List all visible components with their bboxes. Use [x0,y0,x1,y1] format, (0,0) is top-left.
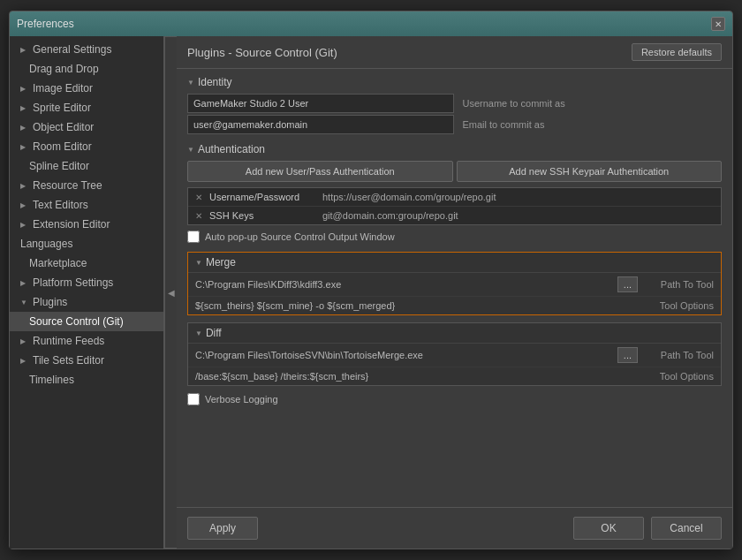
verbose-logging-checkbox[interactable] [187,393,200,405]
arrow-icon: ▶ [20,143,29,151]
remove-userpass-icon[interactable]: ✕ [195,193,202,202]
auto-popup-label: Auto pop-up Source Control Output Window [205,231,395,242]
username-label: Username to commit as [456,94,723,113]
arrow-icon: ▶ [20,357,29,365]
merge-path-value: C:\Program Files\KDiff3\kdiff3.exe [195,279,617,290]
identity-section: ▼ Identity Username to commit as Email t… [187,76,722,134]
identity-grid: Username to commit as Email to commit as [187,94,722,134]
sidebar-label: Room Editor [33,140,92,153]
bottom-right: OK Cancel [573,517,722,540]
sidebar-label: General Settings [33,43,111,56]
ok-button[interactable]: OK [573,517,644,540]
sidebar-item-room-editor[interactable]: ▶ Room Editor [10,137,163,156]
sidebar-label: Sprite Editor [33,102,91,114]
sidebar: ▶ General Settings Drag and Drop ▶ Image… [10,36,164,549]
merge-options-label: Tool Options [643,300,714,311]
diff-collapse-icon: ▼ [195,329,202,337]
dialog-title: Preferences [17,18,74,30]
merge-path-label: Path To Tool [643,279,714,290]
arrow-icon: ▶ [20,104,29,112]
arrow-icon: ▶ [20,201,29,209]
sidebar-item-sprite-editor[interactable]: ▶ Sprite Editor [10,98,163,117]
remove-ssh-icon[interactable]: ✕ [195,211,202,221]
diff-options-row: /base:${scm_base} /theirs:${scm_theirs} … [188,367,721,385]
diff-browse-button[interactable]: ... [617,347,638,363]
diff-path-row: C:\Program Files\TortoiseSVN\bin\Tortois… [188,344,721,367]
sidebar-item-drag-drop[interactable]: Drag and Drop [10,59,163,79]
sidebar-item-image-editor[interactable]: ▶ Image Editor [10,79,163,98]
merge-section: ▼ Merge C:\Program Files\KDiff3\kdiff3.e… [187,252,722,315]
diff-path-label: Path To Tool [643,350,714,360]
identity-header: ▼ Identity [187,76,722,88]
bottom-bar: Apply OK Cancel [177,507,732,549]
sidebar-item-languages[interactable]: Languages [10,234,163,254]
arrow-icon: ▶ [20,85,29,93]
diff-section-header: ▼ Diff [188,323,721,344]
diff-path-value: C:\Program Files\TortoiseSVN\bin\Tortois… [195,350,617,360]
merge-path-row: C:\Program Files\KDiff3\kdiff3.exe ... P… [188,273,721,297]
sidebar-item-text-editors[interactable]: ▶ Text Editors [10,195,163,215]
diff-section: ▼ Diff C:\Program Files\TortoiseSVN\bin\… [187,322,722,386]
merge-collapse-icon: ▼ [195,259,202,267]
arrow-icon: ▶ [20,221,29,229]
email-label: Email to commit as [456,115,723,134]
sidebar-item-general-settings[interactable]: ▶ General Settings [10,40,163,59]
add-ssh-button[interactable]: Add new SSH Keypair Authentication [457,161,723,182]
sidebar-item-extension-editor[interactable]: ▶ Extension Editor [10,215,163,234]
sidebar-item-source-control-git[interactable]: Source Control (Git) [10,312,163,331]
auth-url-label: git@domain.com:group/repo.git [322,210,458,221]
auth-row-userpass: ✕ Username/Password https://user@domain.… [188,188,721,207]
arrow-icon: ▶ [20,279,29,287]
sidebar-label: Platform Settings [33,276,113,289]
arrow-icon: ▶ [20,337,29,345]
sidebar-label: Text Editors [33,199,88,211]
sidebar-label: Object Editor [33,121,94,133]
content-area: ▶ General Settings Drag and Drop ▶ Image… [10,36,732,549]
cancel-button[interactable]: Cancel [651,517,722,540]
sidebar-item-timelines[interactable]: Timelines [10,370,163,390]
close-button[interactable]: ✕ [711,17,725,31]
sidebar-item-plugins[interactable]: ▼ Plugins [10,292,163,312]
sidebar-label: Spline Editor [29,160,89,172]
apply-button[interactable]: Apply [187,517,258,540]
sidebar-label: Resource Tree [33,179,102,192]
username-input[interactable] [187,94,454,113]
section-collapse-icon: ▼ [187,146,194,154]
panel-header: Plugins - Source Control (Git) Restore d… [177,36,732,69]
merge-section-header: ▼ Merge [188,253,721,273]
sidebar-label: Languages [20,238,72,250]
sidebar-item-platform-settings[interactable]: ▶ Platform Settings [10,273,163,292]
sidebar-label: Timelines [29,374,74,386]
authentication-title: Authentication [198,143,265,155]
auto-popup-checkbox[interactable] [187,231,200,243]
auth-type-label: Username/Password [209,192,315,202]
sidebar-item-marketplace[interactable]: Marketplace [10,254,163,273]
merge-browse-button[interactable]: ... [617,276,638,292]
arrow-icon: ▶ [20,46,29,54]
sidebar-label: Extension Editor [33,218,110,231]
email-input[interactable] [187,115,454,134]
authentication-section: ▼ Authentication Add new User/Pass Authe… [187,143,722,243]
authentication-header: ▼ Authentication [187,143,722,155]
merge-options-value: ${scm_theirs} ${scm_mine} -o ${scm_merge… [195,300,643,311]
bottom-left: Apply [187,517,258,540]
sidebar-item-resource-tree[interactable]: ▶ Resource Tree [10,176,163,195]
panel-content: ▼ Identity Username to commit as Email t… [177,69,732,507]
restore-defaults-button[interactable]: Restore defaults [632,43,722,61]
diff-options-value: /base:${scm_base} /theirs:${scm_theirs} [195,371,643,382]
sidebar-item-spline-editor[interactable]: Spline Editor [10,156,163,176]
main-panel: Plugins - Source Control (Git) Restore d… [177,36,732,549]
sidebar-label: Marketplace [29,257,87,269]
auth-buttons: Add new User/Pass Authentication Add new… [187,161,722,182]
sidebar-collapse-handle[interactable]: ◀ [164,36,177,549]
sidebar-item-tile-sets-editor[interactable]: ▶ Tile Sets Editor [10,351,163,370]
verbose-logging-label: Verbose Logging [205,394,278,405]
sidebar-label: Runtime Feeds [33,335,104,347]
preferences-dialog: Preferences ✕ ▶ General Settings Drag an… [9,11,733,549]
sidebar-item-runtime-feeds[interactable]: ▶ Runtime Feeds [10,331,163,351]
sidebar-label: Image Editor [33,82,93,95]
arrow-icon: ▼ [20,299,29,306]
sidebar-item-object-editor[interactable]: ▶ Object Editor [10,117,163,137]
section-collapse-icon: ▼ [187,79,194,87]
add-userpass-button[interactable]: Add new User/Pass Authentication [187,161,453,182]
